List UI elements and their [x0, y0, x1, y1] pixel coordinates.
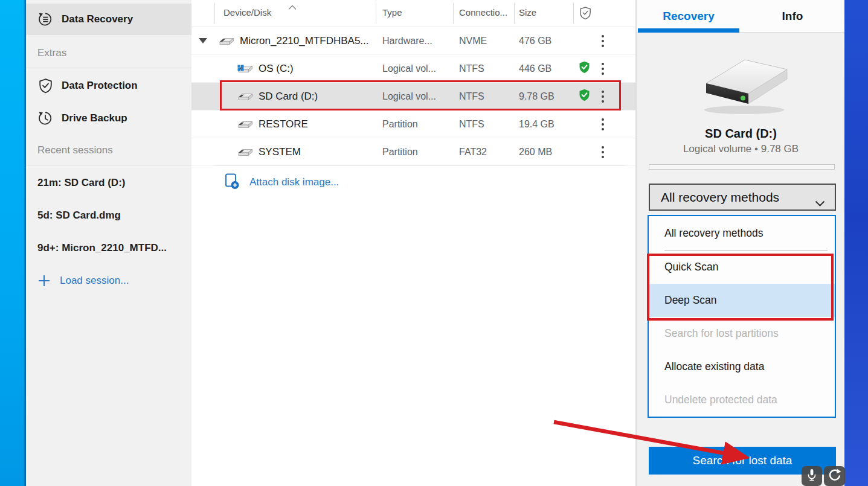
sidebar-section-recent-sessions: Recent sessions: [37, 144, 113, 156]
hard-disk-icon: [219, 36, 234, 46]
load-session-button[interactable]: Load session...: [26, 264, 191, 297]
desktop-wallpaper-right: [844, 0, 868, 486]
device-name-cell: SYSTEM: [214, 146, 376, 158]
dropdown-option-quick-scan[interactable]: Quick Scan: [649, 251, 835, 284]
partition-icon: [237, 147, 253, 157]
record-overlay-button[interactable]: [824, 466, 845, 486]
history-clock-icon: [37, 110, 53, 126]
os-volume-icon: [237, 64, 253, 74]
drive-illustration: [637, 52, 845, 118]
table-row[interactable]: SD Card (D:)Logical vol...NTFS9.78 GB: [191, 83, 635, 110]
sidebar-item-label: Data Recovery: [62, 13, 133, 25]
device-size: 19.4 GB: [514, 119, 573, 130]
device-connection: FAT32: [453, 147, 514, 158]
microphone-overlay-button[interactable]: [802, 466, 822, 486]
sort-ascending-icon[interactable]: [288, 2, 297, 12]
sd-volume-icon: [237, 92, 253, 101]
table-row[interactable]: SYSTEMPartitionFAT32260 MB: [191, 138, 635, 166]
sidebar-item-drive-backup[interactable]: Drive Backup: [26, 103, 191, 134]
collapse-arrow-icon[interactable]: [199, 38, 207, 43]
divider: [26, 68, 191, 68]
data-recovery-icon: [37, 11, 53, 27]
dropdown-option-allocate-existing-data[interactable]: Allocate existing data: [649, 350, 835, 383]
device-name: RESTORE: [259, 118, 308, 130]
protection-status: [573, 61, 595, 76]
column-header-type[interactable]: Type: [382, 7, 402, 18]
protected-shield-icon: [579, 89, 590, 104]
chevron-down-icon: [815, 195, 825, 209]
attach-disk-image-label: Attach disk image...: [249, 176, 339, 188]
device-connection: NVME: [453, 36, 514, 46]
status-cell: [573, 145, 635, 159]
tab-info[interactable]: Info: [741, 0, 844, 32]
recovery-method-select[interactable]: All recovery methods: [649, 184, 836, 211]
sidebar-item-data-protection[interactable]: Data Protection: [26, 70, 191, 101]
device-name: SYSTEM: [259, 146, 301, 158]
row-menu-button[interactable]: [601, 34, 605, 48]
device-type: Partition: [376, 119, 453, 130]
device-list: Device/Disk Type Connectio... Size Micro…: [191, 0, 636, 486]
session-item[interactable]: 5d: SD Card.dmg: [26, 199, 191, 232]
divider: [214, 165, 625, 166]
sidebar-item-label: Drive Backup: [62, 112, 127, 124]
device-table-header: Device/Disk Type Connectio... Size: [191, 0, 635, 27]
row-menu-button[interactable]: [601, 117, 605, 132]
table-row[interactable]: OS (C:)Logical vol...NTFS446 GB: [191, 55, 635, 83]
device-name-cell: SD Card (D:): [214, 91, 376, 103]
device-connection: NTFS: [453, 91, 514, 102]
dropdown-option-all-recovery-methods[interactable]: All recovery methods: [649, 216, 835, 250]
protection-column-icon: [579, 6, 592, 22]
shield-check-icon: [37, 78, 53, 94]
dropdown-option-undelete-protected-data: Undelete protected data: [649, 383, 835, 417]
device-name: Micron_2210_MTFDHBA5...: [240, 35, 369, 47]
column-header-connection[interactable]: Connectio...: [459, 7, 507, 18]
record-icon: [828, 468, 841, 484]
row-menu-button[interactable]: [601, 145, 605, 159]
divider: [26, 165, 191, 165]
selected-device-subtitle: Logical volume • 9.78 GB: [637, 143, 845, 155]
device-name-cell: Micron_2210_MTFDHBA5...: [214, 35, 376, 47]
recovery-method-dropdown: All recovery methodsQuick ScanDeep ScanS…: [648, 215, 836, 418]
table-row[interactable]: Micron_2210_MTFDHBA5...Hardware...NVME47…: [191, 27, 635, 55]
attach-disk-image-icon: [225, 173, 240, 193]
protection-status: [573, 89, 595, 104]
column-header-device[interactable]: Device/Disk: [223, 7, 271, 18]
device-type: Logical vol...: [376, 91, 453, 102]
tab-recovery[interactable]: Recovery: [637, 0, 741, 32]
session-item[interactable]: 21m: SD Card (D:): [26, 167, 191, 199]
protected-shield-icon: [579, 61, 590, 76]
device-type: Logical vol...: [376, 63, 453, 74]
load-session-label: Load session...: [60, 275, 129, 287]
device-size: 9.78 GB: [514, 91, 573, 102]
recent-sessions-list: 21m: SD Card (D:)5d: SD Card.dmg9d+: Mic…: [26, 167, 191, 264]
screen: Data Recovery Extras Data Protection: [0, 0, 868, 486]
sidebar-item-data-recovery[interactable]: Data Recovery: [26, 4, 191, 35]
device-type: Hardware...: [376, 36, 453, 46]
plus-icon: [37, 273, 51, 289]
sidebar-section-extras: Extras: [37, 47, 66, 59]
attach-disk-image-button[interactable]: Attach disk image...: [225, 171, 339, 194]
device-size: 260 MB: [514, 147, 573, 158]
status-cell: [573, 89, 635, 104]
dropdown-option-deep-scan[interactable]: Deep Scan: [649, 284, 835, 317]
device-type: Partition: [376, 147, 453, 158]
session-item[interactable]: 9d+: Micron_2210_MTFD...: [26, 232, 191, 264]
sidebar-item-label: Data Protection: [62, 80, 138, 92]
status-cell: [573, 34, 635, 48]
active-tab-indicator: [638, 28, 739, 33]
desktop-wallpaper-left: [0, 0, 26, 486]
recovery-method-value: All recovery methods: [661, 190, 779, 205]
row-menu-button[interactable]: [601, 89, 605, 104]
dropdown-option-search-for-lost-partitions: Search for lost partitions: [649, 317, 835, 350]
table-row[interactable]: RESTOREPartitionNTFS19.4 GB: [191, 110, 635, 138]
device-name: OS (C:): [259, 63, 294, 75]
device-name-cell: RESTORE: [214, 118, 376, 130]
device-name: SD Card (D:): [259, 91, 318, 103]
device-connection: NTFS: [453, 119, 514, 130]
device-size: 446 GB: [514, 63, 573, 74]
row-menu-button[interactable]: [601, 62, 605, 76]
device-table-body: Micron_2210_MTFDHBA5...Hardware...NVME47…: [191, 27, 635, 166]
status-cell: [573, 117, 635, 132]
capacity-bar: [649, 164, 835, 170]
column-header-size[interactable]: Size: [519, 7, 536, 18]
